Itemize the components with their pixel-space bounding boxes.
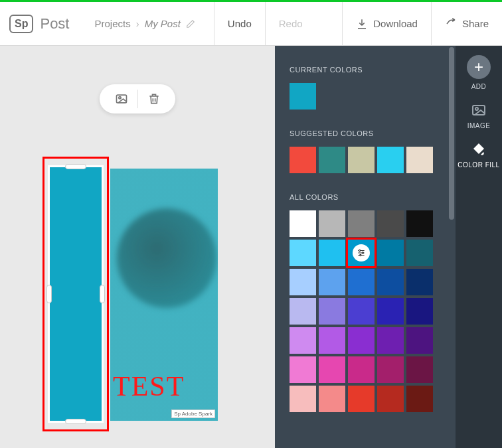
share-label: Share bbox=[462, 18, 489, 29]
app-logo: Sp bbox=[9, 15, 33, 33]
svg-point-3 bbox=[362, 252, 363, 254]
color-swatch[interactable] bbox=[406, 147, 433, 173]
colorfill-tool[interactable]: COLOR FILL bbox=[458, 141, 499, 169]
color-swatch[interactable] bbox=[319, 298, 345, 325]
background-image bbox=[117, 208, 216, 308]
svg-rect-5 bbox=[473, 106, 485, 115]
color-swatch[interactable] bbox=[377, 327, 404, 354]
bucket-icon bbox=[471, 141, 487, 157]
color-swatch[interactable] bbox=[377, 298, 404, 325]
color-swatch[interactable] bbox=[290, 356, 316, 383]
breadcrumb-root[interactable]: Projects bbox=[94, 18, 130, 29]
resize-handle-bottom[interactable] bbox=[65, 419, 86, 424]
color-swatch[interactable] bbox=[377, 240, 404, 266]
suggested-colors-section: SUGGESTED COLORS bbox=[290, 129, 456, 173]
color-swatch[interactable] bbox=[348, 147, 375, 173]
color-swatch[interactable] bbox=[406, 327, 433, 354]
color-swatch[interactable] bbox=[290, 83, 316, 110]
color-swatch[interactable] bbox=[290, 269, 316, 295]
selected-shape[interactable] bbox=[48, 165, 104, 423]
all-colors-section: ALL COLORS bbox=[290, 193, 456, 412]
share-icon bbox=[445, 18, 457, 30]
download-label: Download bbox=[373, 18, 418, 29]
download-button[interactable]: Download bbox=[342, 2, 431, 45]
suggested-colors-label: SUGGESTED COLORS bbox=[290, 129, 456, 137]
color-swatch[interactable] bbox=[406, 269, 433, 295]
color-swatch[interactable] bbox=[319, 147, 345, 173]
color-swatch[interactable] bbox=[406, 240, 433, 266]
app-brand: Post bbox=[40, 15, 69, 33]
color-swatch[interactable] bbox=[319, 386, 345, 412]
watermark: Sp Adobe Spark bbox=[171, 410, 215, 418]
color-swatch[interactable] bbox=[290, 240, 316, 266]
color-swatch[interactable] bbox=[406, 298, 433, 325]
color-swatch[interactable] bbox=[377, 386, 404, 412]
header-actions: Download Share bbox=[342, 2, 502, 45]
color-swatch[interactable] bbox=[290, 147, 316, 173]
breadcrumb: Projects › My Post bbox=[94, 18, 195, 29]
image-label: IMAGE bbox=[467, 122, 491, 129]
main: TEST Sp Adobe Spark CURRENT COLORS SUGGE… bbox=[0, 46, 502, 448]
trash-icon[interactable] bbox=[147, 92, 161, 106]
design-canvas[interactable]: TEST Sp Adobe Spark bbox=[110, 169, 218, 421]
color-swatch[interactable] bbox=[406, 386, 433, 412]
color-swatch[interactable] bbox=[348, 269, 375, 295]
scrollbar[interactable] bbox=[449, 47, 454, 220]
download-icon bbox=[356, 18, 368, 30]
color-swatch[interactable] bbox=[319, 327, 345, 354]
color-panel: CURRENT COLORS SUGGESTED COLORS ALL COLO… bbox=[275, 46, 456, 448]
color-swatch[interactable] bbox=[377, 147, 404, 173]
color-swatch[interactable] bbox=[348, 356, 375, 383]
color-swatch[interactable] bbox=[406, 356, 433, 383]
share-button[interactable]: Share bbox=[431, 2, 502, 45]
chevron-right-icon: › bbox=[136, 18, 139, 29]
selection-toolbar bbox=[100, 84, 175, 113]
resize-handle-right[interactable] bbox=[100, 285, 105, 303]
color-swatch[interactable] bbox=[348, 240, 375, 266]
color-swatch[interactable] bbox=[406, 210, 433, 237]
plus-icon: + bbox=[467, 55, 491, 79]
svg-point-6 bbox=[475, 108, 478, 110]
color-swatch[interactable] bbox=[319, 269, 345, 295]
canvas-area[interactable]: TEST Sp Adobe Spark bbox=[0, 46, 275, 448]
color-swatch[interactable] bbox=[290, 210, 316, 237]
color-swatch[interactable] bbox=[348, 210, 375, 237]
color-swatch[interactable] bbox=[319, 210, 345, 237]
image-icon[interactable] bbox=[115, 92, 128, 106]
color-swatch[interactable] bbox=[348, 386, 375, 412]
undo-redo-group: Undo Redo bbox=[214, 2, 316, 45]
colorfill-label: COLOR FILL bbox=[458, 161, 499, 169]
color-swatch[interactable] bbox=[377, 210, 404, 237]
resize-handle-top[interactable] bbox=[65, 164, 86, 169]
color-swatch[interactable] bbox=[319, 240, 345, 266]
current-colors-label: CURRENT COLORS bbox=[290, 66, 456, 74]
breadcrumb-current[interactable]: My Post bbox=[145, 18, 181, 29]
all-colors-grid bbox=[290, 210, 438, 412]
pencil-icon[interactable] bbox=[186, 19, 195, 29]
add-label: ADD bbox=[471, 83, 487, 90]
text-layer[interactable]: TEST bbox=[113, 370, 185, 402]
separator bbox=[137, 90, 138, 108]
svg-point-4 bbox=[360, 254, 361, 256]
color-swatch[interactable] bbox=[290, 327, 316, 354]
svg-rect-0 bbox=[116, 95, 126, 103]
top-header: Sp Post Projects › My Post Undo Redo Dow… bbox=[0, 2, 502, 46]
current-colors-row bbox=[290, 83, 438, 110]
color-swatch[interactable] bbox=[348, 327, 375, 354]
resize-handle-left[interactable] bbox=[46, 285, 52, 303]
suggested-colors-row bbox=[290, 147, 438, 173]
tool-rail: + ADD IMAGE COLOR FILL bbox=[456, 46, 502, 448]
svg-point-2 bbox=[359, 250, 361, 251]
image-icon bbox=[471, 102, 487, 118]
color-swatch[interactable] bbox=[377, 356, 404, 383]
color-swatch[interactable] bbox=[290, 386, 316, 412]
color-swatch[interactable] bbox=[377, 269, 404, 295]
add-button[interactable]: + ADD bbox=[467, 55, 491, 90]
color-swatch[interactable] bbox=[290, 298, 316, 325]
svg-point-1 bbox=[118, 97, 120, 99]
color-swatch[interactable] bbox=[319, 356, 345, 383]
sliders-icon[interactable] bbox=[353, 244, 370, 261]
undo-button[interactable]: Undo bbox=[214, 2, 265, 45]
color-swatch[interactable] bbox=[348, 298, 375, 325]
image-tool[interactable]: IMAGE bbox=[467, 102, 491, 129]
